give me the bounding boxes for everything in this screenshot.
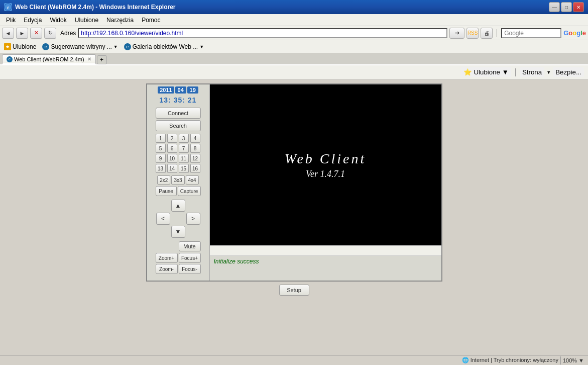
- view-2x2-button[interactable]: 2x2: [157, 175, 170, 185]
- zoom-focus-top: Zoom+ Focus+: [156, 253, 201, 263]
- view-4x4-button[interactable]: 4x4: [186, 175, 199, 185]
- favorites-icon: ★: [4, 43, 11, 50]
- close-button[interactable]: ✕: [573, 2, 584, 12]
- gallery-item[interactable]: e Galeria obiektów Web ... ▼: [122, 43, 206, 51]
- day-display: 19: [187, 86, 198, 94]
- status-message: Initialize success: [214, 258, 259, 265]
- menu-favorites[interactable]: Ulubione: [71, 16, 102, 25]
- menu-bar: Plik Edycja Widok Ulubione Narzędzia Pom…: [0, 14, 588, 26]
- year-display: 2011: [158, 86, 174, 94]
- favorites-label: Ulubione: [13, 43, 36, 50]
- address-input[interactable]: [78, 28, 447, 38]
- safety-button[interactable]: Bezpie...: [553, 67, 584, 77]
- right-panel: Web Client Ver 1.4.7.1 Initialize succes…: [210, 84, 441, 281]
- forward-button[interactable]: ►: [16, 28, 28, 39]
- minimize-button[interactable]: —: [549, 2, 560, 12]
- zoom-plus-button[interactable]: Zoom+: [156, 253, 178, 263]
- ptz-bottom-row: ▼: [156, 226, 200, 238]
- favorites-bar: ★ Ulubione e Sugerowane witryny ... ▼ e …: [0, 40, 588, 53]
- pause-button[interactable]: Pause: [156, 186, 177, 196]
- ie-icon: e: [42, 43, 49, 50]
- channel-3-button[interactable]: 3: [179, 134, 189, 143]
- page-button[interactable]: Strona: [520, 67, 544, 77]
- ptz-down-button[interactable]: ▼: [171, 226, 185, 238]
- status-bar: Initialize success: [210, 255, 441, 281]
- menu-file[interactable]: Plik: [2, 16, 20, 25]
- channel-grid: 1 2 3 4 5 6 7 8 9 10 11 12 13 14 15 16: [156, 134, 201, 173]
- rss-button[interactable]: RSS: [466, 28, 479, 39]
- main-content: 2011 04 19 13: 35: 21 Connect Search 1 2…: [0, 79, 588, 355]
- channel-9-button[interactable]: 9: [156, 154, 166, 163]
- channel-4-button[interactable]: 4: [190, 134, 200, 143]
- stop-button[interactable]: ✕: [30, 28, 42, 39]
- menu-help[interactable]: Pomoc: [138, 16, 164, 25]
- zoom-focus-bottom: Zoom- Focus-: [156, 264, 201, 274]
- refresh-button[interactable]: ↻: [44, 28, 56, 39]
- mute-row: Mute: [156, 241, 201, 251]
- channel-12-button[interactable]: 12: [190, 154, 200, 163]
- video-area: Web Client Ver 1.4.7.1: [210, 84, 441, 245]
- suggested-item[interactable]: e Sugerowane witryny ... ▼: [40, 43, 120, 51]
- audio-bar: [210, 245, 441, 255]
- video-version: Ver 1.4.7.1: [306, 169, 345, 179]
- title-bar: e Web Client (WebROM 2.4m) - Windows Int…: [0, 0, 588, 14]
- channel-16-button[interactable]: 16: [190, 164, 200, 173]
- gallery-arrow: ▼: [199, 44, 204, 49]
- active-tab[interactable]: e Web Client (WebROM 2.4m) ✕: [2, 54, 96, 64]
- zoom-level: 100% ▼: [563, 357, 584, 363]
- ptz-up-button[interactable]: ▲: [171, 200, 185, 212]
- ptz-left-button[interactable]: <: [156, 213, 170, 225]
- channel-2-button[interactable]: 2: [167, 134, 177, 143]
- suggested-label: Sugerowane witryny ...: [51, 43, 111, 50]
- maximize-button[interactable]: □: [561, 2, 572, 12]
- mute-button[interactable]: Mute: [179, 241, 201, 251]
- favorites-item[interactable]: ★ Ulubione: [2, 43, 38, 51]
- search-button[interactable]: Search: [156, 120, 201, 131]
- channel-8-button[interactable]: 8: [190, 144, 200, 153]
- search-input[interactable]: [501, 28, 561, 38]
- app-icon: e: [4, 3, 12, 11]
- tab-close-icon[interactable]: ✕: [87, 56, 91, 62]
- view-3x3-button[interactable]: 3x3: [171, 175, 184, 185]
- print-button[interactable]: 🖨: [481, 28, 493, 39]
- time-display: 13: 35: 21: [160, 96, 197, 104]
- browser-status-strip: 🌐 Internet | Tryb chroniony: wyłączony 1…: [0, 355, 588, 365]
- menu-view[interactable]: Widok: [46, 16, 70, 25]
- month-display: 04: [175, 86, 186, 94]
- ptz-right-button[interactable]: >: [186, 213, 200, 225]
- focus-minus-button[interactable]: Focus-: [179, 264, 201, 274]
- channel-10-button[interactable]: 10: [167, 154, 177, 163]
- channel-13-button[interactable]: 13: [156, 164, 166, 173]
- date-display: 2011 04 19: [158, 86, 198, 94]
- channel-1-button[interactable]: 1: [156, 134, 166, 143]
- channel-6-button[interactable]: 6: [167, 144, 177, 153]
- channel-14-button[interactable]: 14: [167, 164, 177, 173]
- focus-plus-button[interactable]: Focus+: [179, 253, 201, 263]
- back-button[interactable]: ◄: [2, 28, 14, 39]
- toolbar-sep1: [515, 68, 516, 76]
- channel-7-button[interactable]: 7: [179, 144, 189, 153]
- setup-button[interactable]: Setup: [279, 285, 309, 296]
- pause-capture-row: Pause Capture: [156, 186, 201, 196]
- favorites-star-button[interactable]: ⭐ Ulubione ▼: [461, 67, 511, 77]
- connect-button[interactable]: Connect: [156, 108, 201, 119]
- menu-edit[interactable]: Edycja: [20, 16, 46, 25]
- go-button[interactable]: ➔: [449, 28, 464, 39]
- channel-11-button[interactable]: 11: [179, 154, 189, 163]
- ptz-middle-row: < >: [156, 213, 200, 225]
- address-label: Adres: [60, 30, 76, 37]
- zoom-minus-button[interactable]: Zoom-: [156, 264, 178, 274]
- tab-label: Web Client (WebROM 2.4m): [14, 56, 84, 62]
- video-title: Web Client: [285, 151, 367, 167]
- channel-15-button[interactable]: 15: [179, 164, 189, 173]
- capture-button[interactable]: Capture: [178, 186, 201, 196]
- window-title: Web Client (WebROM 2.4m) - Windows Inter…: [15, 4, 549, 11]
- channel-5-button[interactable]: 5: [156, 144, 166, 153]
- tab-bar: e Web Client (WebROM 2.4m) ✕ +: [0, 53, 588, 65]
- menu-tools[interactable]: Narzędzia: [102, 16, 138, 25]
- left-panel: 2011 04 19 13: 35: 21 Connect Search 1 2…: [147, 84, 210, 281]
- bottom-area: Setup: [146, 282, 442, 299]
- toolbar-row: ⭐ Ulubione ▼ Strona ▼ Bezpie...: [0, 65, 588, 79]
- new-tab-button[interactable]: +: [97, 55, 107, 64]
- svg-text:e: e: [7, 5, 10, 10]
